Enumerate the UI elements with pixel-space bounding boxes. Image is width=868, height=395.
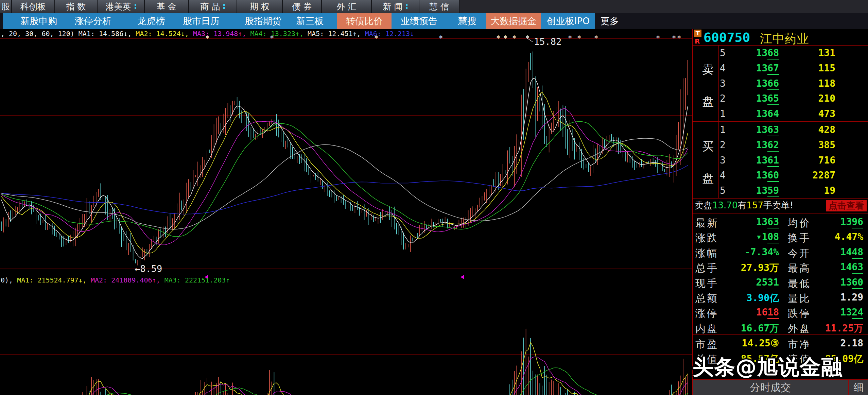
alert-segment: 13.70 <box>712 200 737 210</box>
toolbar-item-新三板[interactable]: 新三板 <box>296 13 324 29</box>
stat-value: 1448 <box>815 246 863 258</box>
quantity-value: 118 <box>779 78 835 89</box>
bid-row[interactable]: 11363428 <box>720 122 868 137</box>
event-marker-icon: * <box>672 34 676 42</box>
dropdown-dots-icon <box>135 4 136 9</box>
tag-r-icon[interactable]: R <box>695 37 700 45</box>
trading-terminal-window: 股科创板指 数港美英基 金商 品期 权债 券外 汇新 闻慧 信 新股申购涨停分析… <box>0 0 868 395</box>
level-number: 4 <box>720 63 732 74</box>
menu-tab-港美英[interactable]: 港美英 <box>98 0 145 13</box>
kline-chart[interactable]: **************15.82←8.59 <box>0 29 692 395</box>
stock-header: T R 600750 江中药业 <box>693 29 868 45</box>
stat-value: 1396 <box>815 216 863 227</box>
level-number: 4 <box>720 170 732 181</box>
event-marker-icon: * <box>496 34 500 42</box>
quantity-value: 210 <box>779 93 835 104</box>
toolbar-item-业绩预告[interactable]: 业绩预告 <box>401 13 437 29</box>
bid-row[interactable]: 21362385 <box>720 137 868 153</box>
event-marker-icon: * <box>512 34 516 42</box>
panel-divider <box>693 334 868 335</box>
ask-row[interactable]: 51368131 <box>720 45 868 61</box>
price-value: 1365 <box>732 93 779 104</box>
toolbar-item-转债比价[interactable]: 转债比价 <box>337 13 392 29</box>
event-marker-icon: * <box>577 34 581 42</box>
dropdown-dots-icon <box>406 4 407 9</box>
stat-value: 16.67万 <box>720 322 779 335</box>
stat-label: 市盈 <box>695 338 718 351</box>
bid-row[interactable]: 413602287 <box>720 168 868 183</box>
toolbar-item-更多[interactable]: 更多 <box>601 13 619 29</box>
event-marker-icon: * <box>438 34 443 42</box>
event-marker-icon: * <box>656 34 660 42</box>
kline-chart-area[interactable]: **************15.82←8.59 , 20, 30, 60, 1… <box>0 29 692 395</box>
volume-ma-header: 0), MA1: 215524.797↓, MA2: 241889.406↑, … <box>1 276 230 284</box>
panel-divider <box>693 45 868 46</box>
toolbar-item-涨停分析[interactable]: 涨停分析 <box>75 13 111 29</box>
toolbar-item-股指期货[interactable]: 股指期货 <box>245 13 281 29</box>
stat-label: 换手 <box>788 231 811 245</box>
menu-tab-基金[interactable]: 基 金 <box>145 0 189 13</box>
stat-label: 外盘 <box>788 322 811 336</box>
menu-tab-商品[interactable]: 商 品 <box>189 0 237 13</box>
ask-row[interactable]: 21365210 <box>720 91 868 106</box>
stat-value: 1363 <box>720 216 779 227</box>
toolbar-item-大数据掘金[interactable]: 大数据掘金 <box>486 13 541 29</box>
price-trough-label: ←8.59 <box>135 263 162 274</box>
tag-t-icon[interactable]: T <box>694 30 701 37</box>
stat-label: 今开 <box>788 246 811 260</box>
toolbar-item-慧搜[interactable]: 慧搜 <box>458 13 476 29</box>
menu-tab-外汇[interactable]: 外 汇 <box>322 0 372 13</box>
function-toolbar: 新股申购涨停分析龙虎榜股市日历股指期货新三板转债比价业绩预告慧搜大数据掘金创业板… <box>0 13 868 29</box>
event-marker-icon: * <box>568 34 572 42</box>
toolbar-item-龙虎榜[interactable]: 龙虎榜 <box>138 13 165 29</box>
menu-tab-label: 期 权 <box>250 1 270 12</box>
top-menubar-filler <box>459 0 868 13</box>
menu-tab-label: 港美英 <box>106 1 131 12</box>
ask-row[interactable]: 41367115 <box>720 61 868 76</box>
stat-value: 11.25万 <box>815 322 863 335</box>
menu-tab-指数[interactable]: 指 数 <box>55 0 98 13</box>
stats-row: 总手27.93万最高1463 <box>693 260 868 275</box>
quantity-value: 716 <box>779 155 835 166</box>
level-number: 2 <box>720 93 732 104</box>
ask-row[interactable]: 31366118 <box>720 76 868 91</box>
stats-row: 涨停1618跌停1324 <box>693 305 868 320</box>
bid-row[interactable]: 31361716 <box>720 153 868 168</box>
menu-tab-慧信[interactable]: 慧 信 <box>419 0 459 13</box>
bid-row[interactable]: 5135919 <box>720 183 868 198</box>
stat-label: 最高 <box>788 261 811 275</box>
toolbar-item-股市日历[interactable]: 股市日历 <box>183 13 220 29</box>
stat-value: 2531 <box>720 277 779 288</box>
panel-divider <box>693 213 868 213</box>
price-value: 1364 <box>732 108 779 119</box>
price-value: 1361 <box>732 155 779 166</box>
menu-tab-股[interactable]: 股 <box>0 0 12 13</box>
ask-row[interactable]: 11364473 <box>720 106 868 121</box>
menu-tab-label: 慧 信 <box>429 1 449 12</box>
tab-detail[interactable]: 细 <box>849 380 868 395</box>
price-value: 1359 <box>732 185 779 196</box>
menu-tab-债券[interactable]: 债 券 <box>283 0 322 13</box>
toolbar-item-新股申购[interactable]: 新股申购 <box>20 13 57 29</box>
menu-tab-label: 基 金 <box>157 1 176 12</box>
view-detail-button[interactable]: 点击查看 <box>826 200 867 211</box>
tab-tick-trades[interactable]: 分时成交 <box>693 380 848 395</box>
ma-header-segment: MA2: 14.524↓, <box>136 30 193 38</box>
stat-value: 1618 <box>720 307 779 318</box>
menu-tab-label: 科创板 <box>20 1 46 12</box>
stats-row: 涨跌▾108换手4.47% <box>693 230 868 245</box>
stat-value: 1.29 <box>815 292 863 303</box>
menu-tab-label: 股 <box>1 1 10 12</box>
orderbook-divider <box>718 45 719 198</box>
menu-tab-期权[interactable]: 期 权 <box>237 0 283 13</box>
price-value: 1362 <box>732 139 779 151</box>
buy-side-label: 盘 <box>702 171 714 186</box>
ma-header-segment: , 20, 30, 60, 120) <box>1 30 79 38</box>
menu-tab-新闻[interactable]: 新 闻 <box>372 0 419 13</box>
level-number: 5 <box>720 185 732 196</box>
stats-row: 总额3.90亿量比1.29 <box>693 290 868 305</box>
menu-tab-科创板[interactable]: 科创板 <box>12 0 55 13</box>
alert-segment: 157 <box>746 200 763 210</box>
menu-tab-label: 新 闻 <box>383 1 403 12</box>
toolbar-item-创业板IPO[interactable]: 创业板IPO <box>547 13 590 29</box>
